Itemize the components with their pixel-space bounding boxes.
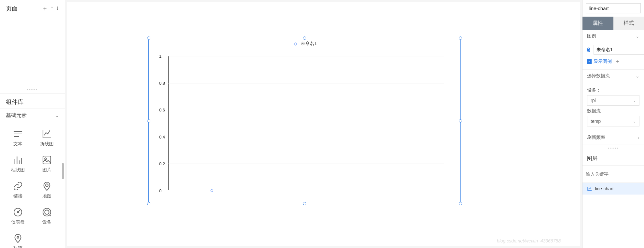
legend-name-input[interactable] — [594, 45, 644, 55]
tab-style[interactable]: 样式 — [613, 17, 644, 30]
resize-handle-tl[interactable] — [147, 36, 150, 40]
device-select[interactable]: rpi ⌄ — [587, 95, 639, 106]
show-legend-checkbox[interactable]: ✓ — [587, 59, 592, 64]
x-axis — [168, 190, 444, 190]
y-tick-label: 0.2 — [159, 161, 165, 166]
property-tabs: 属性 样式 — [582, 17, 644, 30]
y-tick-label: 0.8 — [159, 80, 165, 85]
datasource-section-header[interactable]: 选择数据流 ⌄ — [582, 70, 644, 82]
link-comp[interactable]: 链接 — [3, 177, 33, 203]
legend-radio[interactable] — [587, 48, 590, 52]
gridline — [168, 137, 444, 137]
chart-area: 00.20.40.60.81 — [168, 45, 451, 194]
gauge-icon — [13, 207, 23, 217]
pages-list: •••••• — [0, 17, 65, 94]
y-tick-label: 0 — [159, 188, 161, 193]
gridline — [168, 56, 444, 56]
svg-rect-0 — [43, 156, 51, 164]
resize-handle-icon[interactable]: •••••• — [0, 86, 65, 93]
device-icon — [42, 207, 52, 217]
right-panel: 属性 样式 图例 ⌄ ✓ 显示图例 ＋ 选择数据流 ⌄ 设备： — [582, 0, 644, 248]
basic-group-label: 基础元素 — [6, 112, 27, 119]
left-scrollbar[interactable] — [62, 163, 64, 179]
text-icon — [13, 129, 23, 139]
svg-point-4 — [17, 212, 19, 213]
move-up-icon[interactable]: ↑ — [50, 5, 53, 12]
legend-section-header[interactable]: 图例 ⌄ — [582, 30, 644, 42]
layer-item[interactable]: line-chart — [582, 183, 644, 195]
component-lib-title: 组件库 — [0, 94, 65, 109]
gridline — [168, 110, 444, 110]
show-legend-row: ✓ 显示图例 ＋ — [587, 58, 639, 65]
svg-point-5 — [45, 210, 49, 214]
chevron-down-icon: ⌄ — [636, 73, 639, 79]
legend-marker-icon — [292, 44, 299, 44]
resize-handle-mr[interactable] — [459, 119, 462, 123]
show-legend-label: 显示图例 — [594, 59, 612, 65]
y-axis — [168, 56, 169, 190]
line-chart-comp[interactable]: 折线图 — [33, 125, 62, 151]
add-page-icon[interactable]: ＋ — [42, 5, 48, 12]
link-icon — [13, 181, 23, 191]
layer-search-input[interactable] — [582, 166, 644, 182]
legend-item-row — [587, 45, 639, 55]
data-point — [211, 189, 213, 192]
component-name-input[interactable] — [586, 3, 641, 13]
resize-handle-br[interactable] — [459, 202, 462, 205]
component-grid: 文本 折线图 柱状图 图片 链接 地图 仪表盘 设备 — [0, 122, 65, 248]
legend-section: 图例 ⌄ ✓ 显示图例 ＋ — [582, 30, 644, 70]
track-icon — [13, 233, 23, 243]
device-comp[interactable]: 设备 — [33, 203, 62, 229]
datasource-section: 选择数据流 ⌄ 设备： rpi ⌄ 数据流： temp ⌄ — [582, 70, 644, 131]
chevron-down-icon: ⌄ — [633, 98, 636, 103]
resize-handle-bc[interactable] — [303, 202, 306, 205]
pages-title: 页面 — [6, 5, 18, 12]
chevron-down-icon: ⌄ — [55, 112, 59, 119]
y-tick-label: 0.6 — [159, 108, 165, 112]
text-comp[interactable]: 文本 — [3, 125, 33, 151]
resize-handle-ml[interactable] — [147, 119, 150, 123]
page-actions: ＋ ↑ ↓ — [42, 5, 59, 12]
refresh-section-header[interactable]: 刷新频率 › — [582, 131, 644, 144]
canvas[interactable]: 未命名1 00.20.40.60.81 blog.csdn.net/weixin… — [67, 2, 580, 246]
map-comp[interactable]: 地图 — [33, 177, 62, 203]
stream-select[interactable]: temp ⌄ — [587, 116, 639, 126]
tab-properties[interactable]: 属性 — [582, 17, 613, 30]
gridline — [168, 83, 444, 83]
add-legend-icon[interactable]: ＋ — [615, 58, 620, 65]
gridline — [168, 164, 444, 164]
y-tick-label: 1 — [159, 54, 161, 59]
y-tick-label: 0.4 — [159, 134, 165, 139]
image-icon — [42, 155, 52, 165]
image-comp[interactable]: 图片 — [33, 151, 62, 177]
chevron-down-icon: ⌄ — [636, 34, 639, 39]
bar-chart-comp[interactable]: 柱状图 — [3, 151, 33, 177]
layer-search-row: 查找 — [582, 166, 644, 183]
line-chart-icon — [587, 186, 592, 191]
selected-component[interactable]: 未命名1 00.20.40.60.81 — [148, 38, 461, 204]
line-chart-icon — [42, 129, 52, 139]
layer-item-label: line-chart — [595, 186, 614, 191]
resize-handle-bl[interactable] — [147, 202, 150, 205]
map-pin-icon — [42, 181, 52, 191]
svg-point-1 — [45, 158, 47, 159]
move-down-icon[interactable]: ↓ — [56, 5, 59, 12]
chevron-right-icon: › — [638, 135, 639, 140]
chart-axes: 00.20.40.60.81 — [168, 45, 451, 194]
svg-point-7 — [17, 237, 19, 238]
refresh-section: 刷新频率 › — [582, 131, 644, 144]
bar-chart-icon — [13, 155, 23, 165]
resize-handle-icon[interactable]: •••••• — [582, 144, 644, 152]
track-comp[interactable]: 轨迹 — [3, 229, 33, 248]
device-label: 设备： — [587, 87, 639, 93]
chevron-down-icon: ⌄ — [633, 119, 636, 124]
left-panel: 页面 ＋ ↑ ↓ •••••• 组件库 基础元素 ⌄ 文本 折线图 柱状图 图片 — [0, 0, 65, 248]
layers-title: 图层 — [582, 152, 644, 166]
svg-point-2 — [46, 184, 48, 186]
gauge-comp[interactable]: 仪表盘 — [3, 203, 33, 229]
resize-handle-tc[interactable] — [303, 36, 306, 40]
pages-header: 页面 ＋ ↑ ↓ — [0, 0, 65, 17]
watermark: blog.csdn.net/weixin_43366758 — [497, 238, 561, 243]
basic-group-header[interactable]: 基础元素 ⌄ — [0, 109, 65, 122]
resize-handle-tr[interactable] — [459, 36, 462, 40]
